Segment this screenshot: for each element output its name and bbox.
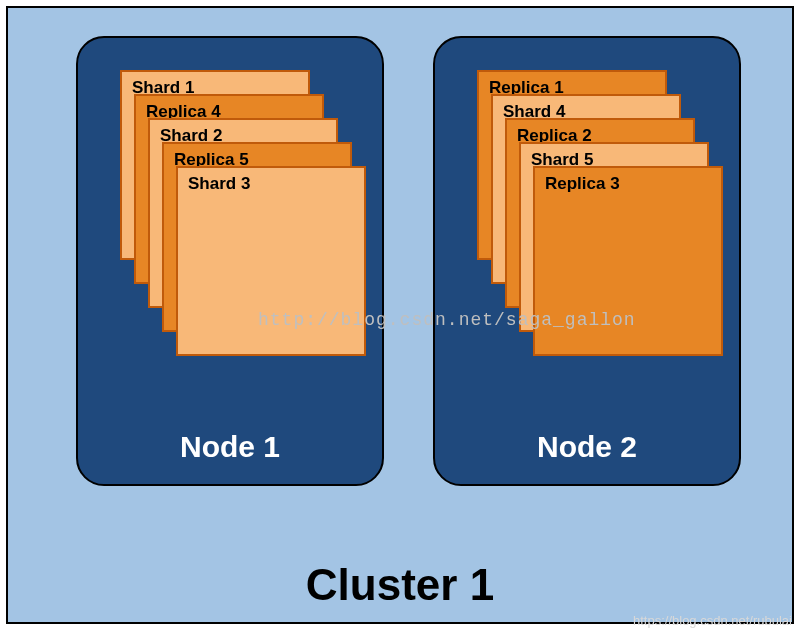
cluster-title: Cluster 1 bbox=[8, 560, 792, 610]
card-label: Replica 3 bbox=[545, 174, 620, 193]
credit-text: https://blog.csdn.net/rubulai bbox=[633, 613, 792, 628]
card-shard-3: Shard 3 bbox=[176, 166, 366, 356]
cluster-frame: Shard 1 Replica 4 Shard 2 Replica 5 Shar… bbox=[6, 6, 794, 624]
node-2-card-stack: Replica 1 Shard 4 Replica 2 Shard 5 Repl… bbox=[477, 70, 709, 350]
node-1: Shard 1 Replica 4 Shard 2 Replica 5 Shar… bbox=[76, 36, 384, 486]
node-2-title: Node 2 bbox=[435, 430, 739, 464]
node-1-title: Node 1 bbox=[78, 430, 382, 464]
card-label: Shard 3 bbox=[188, 174, 250, 193]
node-2: Replica 1 Shard 4 Replica 2 Shard 5 Repl… bbox=[433, 36, 741, 486]
node-1-card-stack: Shard 1 Replica 4 Shard 2 Replica 5 Shar… bbox=[120, 70, 352, 350]
card-replica-3: Replica 3 bbox=[533, 166, 723, 356]
